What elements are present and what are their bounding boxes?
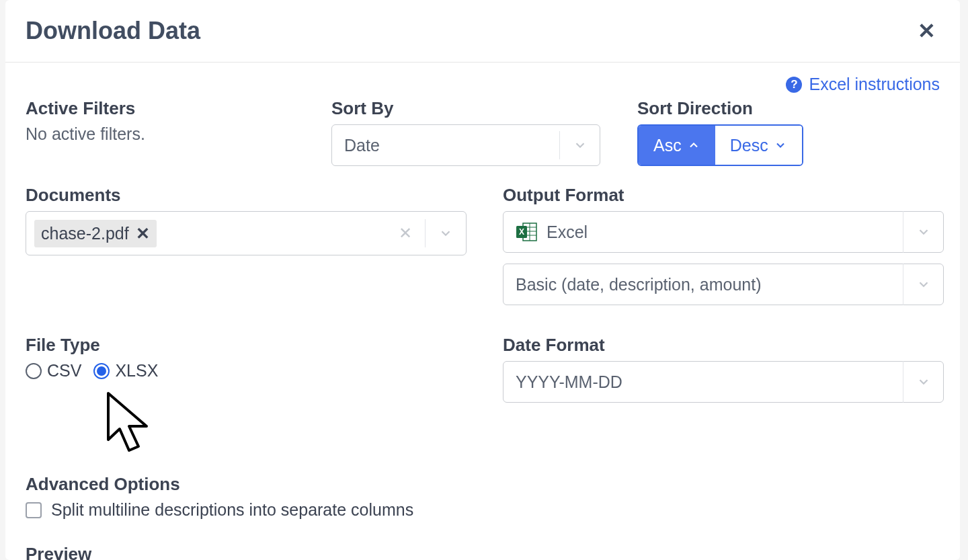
date-format-section: Date Format YYYY-MM-DD [503, 335, 944, 403]
chevron-down-icon [903, 361, 943, 403]
sort-asc-button[interactable]: Asc [639, 126, 715, 165]
help-link-label: Excel instructions [809, 75, 940, 94]
excel-icon: X [516, 221, 537, 243]
split-multiline-label: Split multiline descriptions into separa… [51, 500, 413, 520]
radio-label: XLSX [115, 361, 158, 381]
sort-by-label: Sort By [331, 98, 637, 119]
row-filters-sort: Active Filters No active filters. Sort B… [26, 98, 940, 166]
date-format-value: YYYY-MM-DD [503, 372, 903, 392]
output-format-type-value: Excel [547, 223, 588, 242]
date-format-select[interactable]: YYYY-MM-DD [503, 361, 944, 403]
chevron-down-icon [903, 264, 943, 305]
documents-section: Documents chase-2.pdf ✕ ✕ [26, 185, 503, 316]
chevron-down-icon [774, 138, 787, 152]
file-type-label: File Type [26, 335, 503, 356]
file-type-xlsx-radio[interactable]: XLSX [93, 361, 158, 381]
chevron-down-icon [426, 219, 466, 247]
sort-direction-section: Sort Direction Asc Desc [637, 98, 940, 166]
close-icon: ✕ [918, 19, 936, 43]
modal-title: Download Data [26, 17, 200, 45]
sort-by-section: Sort By Date [331, 98, 637, 166]
active-filters-status: No active filters. [26, 124, 331, 144]
chevron-down-icon [559, 131, 600, 159]
active-filters-label: Active Filters [26, 98, 331, 119]
output-format-type-select[interactable]: X Excel [503, 211, 944, 253]
chevron-down-icon [903, 211, 943, 253]
file-type-csv-radio[interactable]: CSV [26, 361, 81, 381]
output-format-template-select[interactable]: Basic (date, description, amount) [503, 264, 944, 305]
sort-by-select[interactable]: Date [331, 124, 600, 166]
radio-label: CSV [47, 361, 81, 381]
file-type-section: File Type CSV XLSX [26, 335, 503, 403]
date-format-label: Date Format [503, 335, 944, 356]
modal-header: Download Data ✕ [5, 0, 960, 63]
svg-text:X: X [519, 227, 524, 237]
close-button[interactable]: ✕ [914, 20, 940, 42]
radio-icon [93, 363, 110, 379]
sort-by-value: Date [332, 136, 559, 155]
documents-label: Documents [26, 185, 503, 206]
documents-select[interactable]: chase-2.pdf ✕ ✕ [26, 211, 467, 255]
sort-direction-toggle: Asc Desc [637, 124, 803, 166]
help-icon: ? [786, 77, 802, 93]
help-link-row: ? Excel instructions [26, 75, 940, 94]
preview-section: Preview [26, 544, 940, 560]
radio-icon [26, 363, 42, 379]
clear-all-icon[interactable]: ✕ [385, 219, 426, 247]
sort-direction-label: Sort Direction [637, 98, 940, 119]
document-tag-name: chase-2.pdf [41, 224, 129, 243]
advanced-options-section: Advanced Options Split multiline descrip… [26, 474, 940, 520]
row-documents-output: Documents chase-2.pdf ✕ ✕ Output Format [26, 185, 940, 316]
sort-desc-label: Desc [730, 136, 768, 155]
document-tag: chase-2.pdf ✕ [34, 220, 157, 247]
chevron-up-icon [687, 138, 700, 152]
output-format-label: Output Format [503, 185, 944, 206]
advanced-options-label: Advanced Options [26, 474, 940, 495]
split-multiline-option[interactable]: Split multiline descriptions into separa… [26, 500, 940, 520]
tag-remove-icon[interactable]: ✕ [136, 224, 150, 243]
sort-desc-button[interactable]: Desc [715, 126, 802, 165]
active-filters-section: Active Filters No active filters. [26, 98, 331, 166]
excel-instructions-link[interactable]: ? Excel instructions [786, 75, 940, 94]
modal-body: ? Excel instructions Active Filters No a… [5, 63, 960, 560]
sort-asc-label: Asc [653, 136, 682, 155]
file-type-radio-group: CSV XLSX [26, 361, 503, 381]
preview-label: Preview [26, 544, 940, 560]
output-format-section: Output Format X [503, 185, 944, 316]
download-data-modal: Download Data ✕ ? Excel instructions Act… [5, 0, 960, 560]
output-format-template-value: Basic (date, description, amount) [503, 275, 903, 294]
checkbox-icon[interactable] [26, 502, 42, 518]
row-filetype-dateformat: File Type CSV XLSX Date Format YYYY-MM-D… [26, 335, 940, 403]
